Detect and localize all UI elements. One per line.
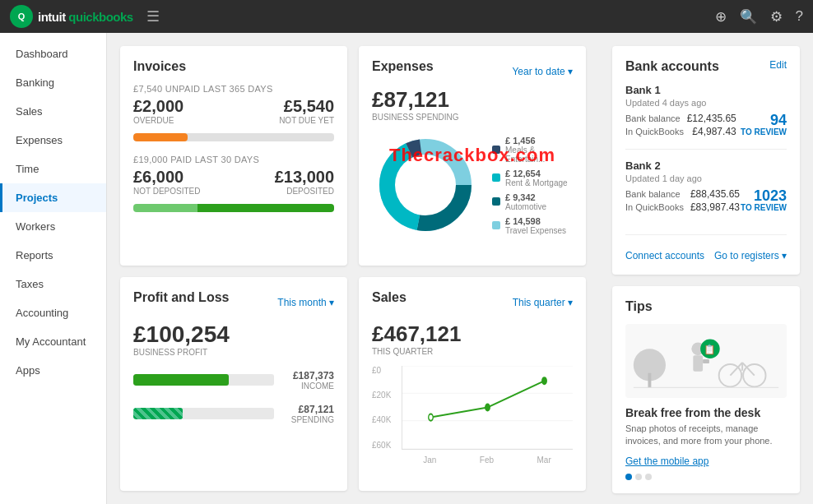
logo-text: intuit quickbooks — [38, 10, 133, 24]
x-label-mar: Mar — [537, 455, 551, 465]
logo[interactable]: Q intuit quickbooks — [10, 5, 133, 28]
svg-point-11 — [429, 414, 434, 420]
expenses-donut — [372, 132, 479, 238]
sidebar-item-expenses[interactable]: Expenses — [0, 126, 106, 155]
menu-icon[interactable]: ☰ — [146, 7, 160, 25]
sales-card: Sales This quarter ▾ £467,121 THIS QUART… — [359, 277, 586, 492]
sidebar-item-projects[interactable]: Projects — [0, 183, 106, 212]
sidebar-item-taxes[interactable]: Taxes — [0, 270, 106, 298]
invoices-card: Invoices £7,540 UNPAID LAST 365 DAYS £2,… — [120, 46, 347, 266]
legend-label-0: Meals & Entertain... — [505, 146, 573, 164]
profit-loss-card: Profit and Loss This month ▾ £100,254 BU… — [120, 277, 347, 492]
logo-icon: Q — [10, 5, 33, 28]
invoices-unpaid-label: £7,540 UNPAID LAST 365 DAYS — [133, 84, 334, 94]
sidebar-item-reports[interactable]: Reports — [0, 241, 106, 270]
y-label-2: £20K — [372, 391, 398, 400]
legend-amount-3: £ 14,598 — [505, 216, 566, 226]
help-icon[interactable]: ? — [796, 8, 803, 25]
pl-title: Profit and Loss — [133, 290, 229, 305]
svg-text:📋: 📋 — [704, 344, 716, 355]
expenses-filter[interactable]: Year to date ▾ — [512, 66, 573, 77]
sidebar-item-apps[interactable]: Apps — [0, 356, 106, 385]
bank1-review-label: TO REVIEW — [741, 127, 787, 136]
tips-dot-2[interactable] — [645, 474, 652, 480]
legend-dot-2 — [492, 197, 500, 206]
bank-edit-button[interactable]: Edit — [769, 59, 787, 74]
bank2-inqb: £83,987.43 — [690, 201, 740, 213]
sidebar-item-workers[interactable]: Workers — [0, 212, 106, 241]
pl-spending-bar — [133, 408, 274, 419]
bank2-review: 1023 TO REVIEW — [741, 188, 787, 212]
invoices-deposited-bar — [133, 204, 334, 212]
invoices-overdue-fill — [133, 133, 188, 141]
bank1-inqb: £4,987.43 — [692, 126, 736, 137]
legend-label-3: Travel Expenses — [505, 226, 566, 235]
bank1-section: Bank 1 Updated 4 days ago Bank balance £… — [625, 84, 787, 150]
tips-card-title: Break free from the desk — [625, 406, 787, 419]
bank-actions: Connect accounts Go to registers ▾ — [625, 250, 787, 261]
tips-dot-0[interactable] — [625, 474, 632, 480]
bank2-balance: £88,435.65 — [690, 188, 740, 200]
sales-amount: £467,121 — [372, 321, 573, 347]
invoices-overdue-bar — [133, 133, 334, 141]
bank1-review: 94 TO REVIEW — [741, 113, 787, 136]
sidebar-item-myaccountant[interactable]: My Accountant — [0, 327, 106, 356]
chart-y-labels: £60K £40K £20K £0 — [372, 366, 398, 465]
pl-income-amount: £187,373 INCOME — [281, 370, 334, 391]
bank1-balance-row: Bank balance £12,435.65 — [625, 113, 736, 124]
sales-filter[interactable]: This quarter ▾ — [513, 297, 573, 308]
sidebar: Dashboard Banking Sales Expenses Time Pr… — [0, 33, 107, 504]
tips-dots — [625, 474, 787, 480]
legend-dot-1 — [492, 173, 500, 182]
search-icon[interactable]: 🔍 — [740, 8, 757, 25]
invoices-paid-label: £19,000 PAID LAST 30 DAYS — [133, 155, 334, 164]
bank2-section: Bank 2 Updated 1 day ago Bank balance £8… — [625, 160, 787, 224]
legend-item-3: £ 14,598 Travel Expenses — [492, 216, 573, 235]
tips-dot-1[interactable] — [635, 474, 642, 480]
pl-spending-value: £87,121 — [281, 404, 334, 415]
expenses-total: £87,121 — [372, 87, 573, 113]
invoices-notdeposited-label: NOT DEPOSITED — [133, 187, 201, 196]
legend-dot-3 — [492, 221, 500, 229]
bank1-review-count: 94 — [741, 113, 787, 127]
bank1-inqb-row: In QuickBooks £4,987.43 — [625, 126, 736, 137]
invoices-deposited-label: DEPOSITED — [275, 187, 334, 196]
bank-footer: Connect accounts Go to registers ▾ — [625, 234, 787, 261]
tips-illustration: 📋 — [625, 324, 787, 398]
get-mobile-app-link[interactable]: Get the mobile app — [625, 455, 708, 467]
legend-item-0: £ 1,456 Meals & Entertain... — [492, 136, 573, 164]
sidebar-item-accounting[interactable]: Accounting — [0, 298, 106, 327]
main-content: Invoices £7,540 UNPAID LAST 365 DAYS £2,… — [107, 33, 599, 504]
bank2-inqb-label: In QuickBooks — [625, 202, 684, 212]
pl-income-label: INCOME — [281, 381, 334, 391]
bank2-amounts: Bank balance £88,435.65 In QuickBooks £8… — [625, 188, 740, 215]
legend-item-2: £ 9,342 Automotive — [492, 192, 573, 211]
y-label-1: £40K — [372, 415, 398, 424]
pl-spending-row: £87,121 SPENDING — [133, 404, 334, 424]
go-to-registers-link[interactable]: Go to registers ▾ — [714, 250, 787, 261]
bank2-review-count: 1023 — [741, 188, 787, 203]
pl-spending-fill — [133, 408, 183, 419]
settings-icon[interactable]: ⚙ — [770, 8, 783, 25]
bank1-details: Bank balance £12,435.65 In QuickBooks £4… — [625, 113, 787, 139]
bank1-updated: Updated 4 days ago — [625, 98, 787, 108]
pl-header: Profit and Loss This month ▾ — [133, 290, 334, 315]
expenses-title: Expenses — [372, 59, 434, 74]
sidebar-item-sales[interactable]: Sales — [0, 97, 106, 126]
invoices-overdue-label: OVERDUE — [133, 116, 184, 125]
x-label-feb: Feb — [480, 455, 494, 465]
sidebar-item-time[interactable]: Time — [0, 155, 106, 183]
bank1-balance-label: Bank balance — [625, 113, 681, 123]
bank1-inqb-label: In QuickBooks — [625, 127, 684, 136]
invoices-notdeposited-amount: £6,000 — [133, 168, 201, 187]
expenses-legend: £ 1,456 Meals & Entertain... £ 12,654 Re… — [492, 136, 573, 235]
sidebar-item-banking[interactable]: Banking — [0, 68, 106, 97]
pl-filter[interactable]: This month ▾ — [277, 297, 334, 308]
connect-accounts-link[interactable]: Connect accounts — [625, 250, 704, 261]
expenses-content: £ 1,456 Meals & Entertain... £ 12,654 Re… — [372, 132, 573, 238]
main-layout: Dashboard Banking Sales Expenses Time Pr… — [0, 33, 813, 504]
sidebar-item-dashboard[interactable]: Dashboard — [0, 39, 106, 68]
sales-subtitle: THIS QUARTER — [372, 347, 573, 356]
add-icon[interactable]: ⊕ — [715, 8, 727, 25]
expenses-card: Expenses Year to date ▾ £87,121 BUSINESS… — [359, 46, 586, 266]
